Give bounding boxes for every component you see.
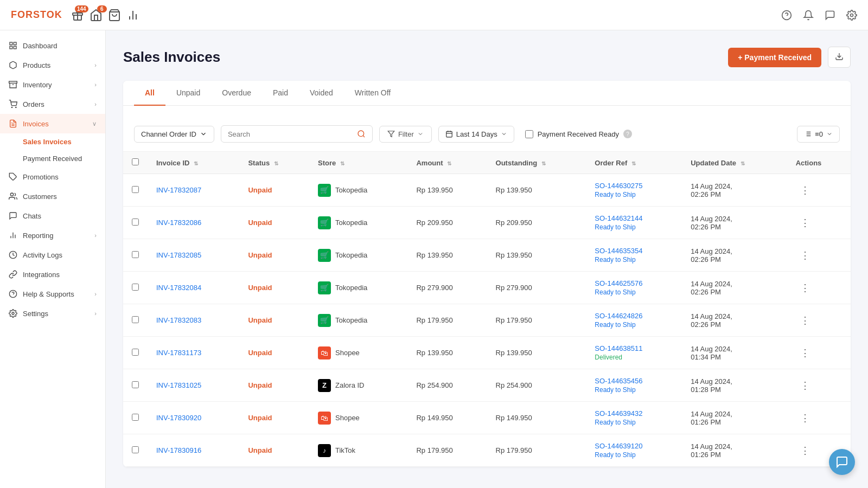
invoice-id-link[interactable]: INV-17832087 xyxy=(156,186,201,194)
row-checkbox-cell[interactable] xyxy=(123,304,148,337)
row-actions[interactable]: ⋮ xyxy=(787,207,851,239)
sidebar-sub-item-sales-invoices[interactable]: Sales Invoices xyxy=(0,133,105,150)
order-ref-link[interactable]: SO-144625576 xyxy=(595,279,642,287)
help-circle-icon[interactable] xyxy=(781,10,792,21)
sidebar-item-invoices[interactable]: Invoices ∨ xyxy=(0,114,105,133)
row-checkbox-cell[interactable] xyxy=(123,174,148,207)
chat-fab-button[interactable] xyxy=(829,449,855,475)
col-updated-date[interactable]: Updated Date ⇅ xyxy=(682,152,787,174)
sidebar-item-integrations[interactable]: Integrations xyxy=(0,265,105,284)
row-checkbox[interactable] xyxy=(132,381,139,388)
row-actions-button[interactable]: ⋮ xyxy=(796,345,814,361)
row-checkbox[interactable] xyxy=(132,186,139,193)
payment-ready-checkbox-group[interactable]: Payment Received Ready ? xyxy=(525,130,632,138)
col-outstanding[interactable]: Outstanding ⇅ xyxy=(487,152,586,174)
row-actions-button[interactable]: ⋮ xyxy=(796,247,814,264)
tab-voided[interactable]: Voided xyxy=(299,81,344,106)
row-invoice-id[interactable]: INV-17832086 xyxy=(148,207,239,239)
row-checkbox[interactable] xyxy=(132,251,139,258)
col-store[interactable]: Store ⇅ xyxy=(309,152,407,174)
row-invoice-id[interactable]: INV-17830920 xyxy=(148,402,239,434)
row-checkbox-cell[interactable] xyxy=(123,207,148,239)
invoice-id-link[interactable]: INV-17831025 xyxy=(156,381,201,389)
tab-unpaid[interactable]: Unpaid xyxy=(165,81,211,106)
row-checkbox-cell[interactable] xyxy=(123,434,148,467)
search-bar[interactable] xyxy=(221,125,373,143)
order-ref-link[interactable]: SO-144639432 xyxy=(595,409,642,418)
sidebar-item-help-supports[interactable]: Help & Supports › xyxy=(0,284,105,304)
payment-ready-checkbox[interactable] xyxy=(525,130,533,138)
row-actions[interactable]: ⋮ xyxy=(787,239,851,272)
sidebar-item-customers[interactable]: Customers xyxy=(0,187,105,206)
row-invoice-id[interactable]: INV-17831025 xyxy=(148,369,239,402)
row-checkbox[interactable] xyxy=(132,349,139,356)
row-checkbox-cell[interactable] xyxy=(123,369,148,402)
row-actions[interactable]: ⋮ xyxy=(787,337,851,369)
search-input[interactable] xyxy=(228,130,353,138)
col-order-ref[interactable]: Order Ref ⇅ xyxy=(586,152,682,174)
row-actions[interactable]: ⋮ xyxy=(787,272,851,304)
gift-nav-icon[interactable]: 144 xyxy=(71,9,84,22)
row-checkbox-cell[interactable] xyxy=(123,337,148,369)
tab-paid[interactable]: Paid xyxy=(262,81,299,106)
row-actions-button[interactable]: ⋮ xyxy=(796,442,814,459)
bell-icon[interactable] xyxy=(803,10,814,21)
message-icon[interactable] xyxy=(825,10,835,21)
invoice-id-link[interactable]: INV-17830916 xyxy=(156,446,201,454)
sidebar-item-chats[interactable]: Chats xyxy=(0,206,105,226)
row-checkbox-cell[interactable] xyxy=(123,239,148,272)
col-invoice-id[interactable]: Invoice ID ⇅ xyxy=(148,152,239,174)
row-actions-button[interactable]: ⋮ xyxy=(796,182,814,198)
row-checkbox[interactable] xyxy=(132,219,139,226)
row-invoice-id[interactable]: INV-17832085 xyxy=(148,239,239,272)
row-actions[interactable]: ⋮ xyxy=(787,369,851,402)
tab-written-off[interactable]: Written Off xyxy=(344,81,401,106)
col-status[interactable]: Status ⇅ xyxy=(239,152,309,174)
sidebar-item-products[interactable]: Products › xyxy=(0,55,105,75)
row-checkbox-cell[interactable] xyxy=(123,402,148,434)
order-ref-link[interactable]: SO-144630275 xyxy=(595,182,642,190)
row-actions-button[interactable]: ⋮ xyxy=(796,215,814,231)
row-actions-button[interactable]: ⋮ xyxy=(796,377,814,394)
sidebar-item-inventory[interactable]: Inventory › xyxy=(0,75,105,94)
col-amount[interactable]: Amount ⇅ xyxy=(407,152,487,174)
order-ref-link[interactable]: SO-144639120 xyxy=(595,442,642,450)
row-actions-button[interactable]: ⋮ xyxy=(796,410,814,426)
date-filter-dropdown[interactable]: Last 14 Days xyxy=(438,126,514,143)
order-ref-link[interactable]: SO-144635456 xyxy=(595,377,642,385)
bag-nav-icon[interactable] xyxy=(108,9,121,22)
invoice-id-link[interactable]: INV-17832086 xyxy=(156,219,201,227)
box-nav-icon[interactable]: 6 xyxy=(90,9,103,22)
sidebar-sub-item-payment-received[interactable]: Payment Received xyxy=(0,150,105,167)
row-actions[interactable]: ⋮ xyxy=(787,304,851,337)
row-checkbox[interactable] xyxy=(132,414,139,421)
invoice-id-link[interactable]: INV-17832084 xyxy=(156,284,201,292)
payment-received-button[interactable]: + Payment Received xyxy=(728,48,821,67)
row-checkbox-cell[interactable] xyxy=(123,272,148,304)
filter-button[interactable]: Filter xyxy=(379,126,432,143)
row-invoice-id[interactable]: INV-17830916 xyxy=(148,434,239,467)
order-ref-link[interactable]: SO-144635354 xyxy=(595,247,642,255)
invoice-id-link[interactable]: INV-17831173 xyxy=(156,349,201,357)
order-ref-link[interactable]: SO-144624826 xyxy=(595,312,642,320)
order-ref-link[interactable]: SO-144638511 xyxy=(595,344,642,352)
row-invoice-id[interactable]: INV-17832084 xyxy=(148,272,239,304)
download-button[interactable] xyxy=(828,47,851,68)
sidebar-item-promotions[interactable]: Promotions xyxy=(0,167,105,187)
settings-icon[interactable] xyxy=(846,10,857,21)
row-invoice-id[interactable]: INV-17831173 xyxy=(148,337,239,369)
tab-all[interactable]: All xyxy=(134,81,165,106)
row-actions-button[interactable]: ⋮ xyxy=(796,280,814,296)
row-invoice-id[interactable]: INV-17832087 xyxy=(148,174,239,207)
sidebar-item-reporting[interactable]: Reporting › xyxy=(0,226,105,245)
invoice-id-link[interactable]: INV-17832083 xyxy=(156,316,201,324)
invoice-id-link[interactable]: INV-17830920 xyxy=(156,414,201,422)
view-toggle-dropdown[interactable]: ≡0 xyxy=(797,126,840,143)
row-actions-button[interactable]: ⋮ xyxy=(796,312,814,329)
order-ref-link[interactable]: SO-144632144 xyxy=(595,214,642,222)
row-checkbox[interactable] xyxy=(132,446,139,453)
sidebar-item-orders[interactable]: Orders › xyxy=(0,94,105,114)
info-icon[interactable]: ? xyxy=(623,130,632,138)
tab-overdue[interactable]: Overdue xyxy=(211,81,262,106)
sidebar-item-settings[interactable]: Settings › xyxy=(0,304,105,323)
